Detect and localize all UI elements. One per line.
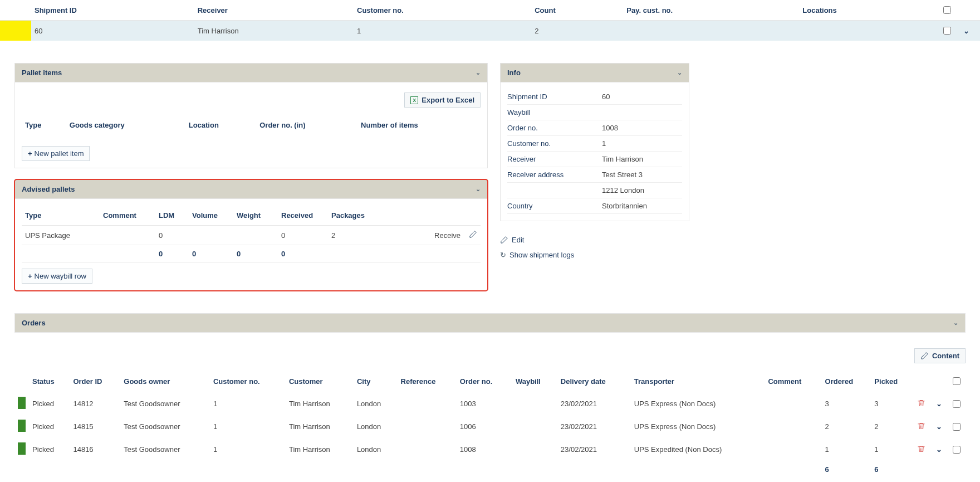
info-row: Shipment ID60 (507, 89, 682, 105)
advised-pallet-row: UPS Package 0 0 2 Receive (22, 226, 481, 245)
pallet-items-table: Type Goods category Location Order no. (… (22, 115, 481, 140)
shipment-list-table: Shipment ID Receiver Customer no. Count … (0, 0, 980, 41)
chevron-down-icon[interactable]: ⌄ (934, 445, 944, 454)
info-row: 1212 London (507, 183, 682, 198)
order-row-checkbox[interactable] (953, 446, 961, 454)
plus-icon: + (28, 149, 32, 158)
info-row: ReceiverTim Harrison (507, 152, 682, 167)
plus-icon: + (28, 272, 32, 280)
chevron-down-icon[interactable]: ⌄ (934, 400, 944, 408)
delete-icon[interactable] (917, 401, 925, 409)
excel-icon: x (410, 96, 418, 104)
orders-totals-row: 66 (14, 461, 966, 478)
pencil-icon (920, 352, 929, 360)
shipment-row[interactable]: 60 Tim Harrison 1 2 ⌄ (0, 21, 980, 41)
info-row: Receiver addressTest Street 3 (507, 167, 682, 183)
order-row: Picked14816Test Goodsowner1Tim HarrisonL… (14, 438, 966, 461)
order-row-checkbox[interactable] (953, 400, 961, 408)
th-shipment-id: Shipment ID (31, 0, 194, 21)
cell-pay-cust (623, 21, 799, 41)
th-count: Count (531, 0, 623, 21)
pallet-items-title: Pallet items (22, 69, 62, 77)
status-indicator (18, 397, 26, 409)
advised-pallets-totals: 0 0 0 0 (22, 245, 481, 263)
info-title: Info (507, 69, 521, 77)
content-button[interactable]: Content (914, 348, 966, 363)
show-shipment-logs-link[interactable]: ↻ Show shipment logs (500, 247, 689, 262)
collapse-icon[interactable]: ⌄ (677, 69, 682, 76)
cell-count: 2 (531, 21, 623, 41)
history-icon: ↻ (500, 251, 506, 259)
th-receiver: Receiver (194, 0, 354, 21)
info-list: Shipment ID60WaybillOrder no.1008Custome… (507, 89, 682, 214)
advised-pallets-panel: Advised pallets ⌄ Type Comment LDM Volum… (14, 179, 488, 291)
info-row: Customer no.1 (507, 136, 682, 152)
receive-link[interactable]: Receive (384, 226, 464, 245)
th-customer-no: Customer no. (354, 0, 531, 21)
advised-pallets-table: Type Comment LDM Volume Weight Received … (22, 206, 481, 263)
cell-customer-no: 1 (354, 21, 531, 41)
select-all-checkbox[interactable] (943, 6, 951, 14)
edit-link[interactable]: Edit (500, 232, 689, 247)
info-row: CountryStorbritannien (507, 198, 682, 214)
orders-select-all-checkbox[interactable] (953, 377, 961, 385)
row-highlight-marker (0, 21, 31, 41)
info-panel: Info ⌄ Shipment ID60WaybillOrder no.1008… (500, 63, 689, 221)
pencil-icon (500, 236, 508, 244)
row-checkbox[interactable] (943, 27, 951, 35)
delete-icon[interactable] (917, 423, 925, 432)
orders-title: Orders (22, 319, 46, 327)
delete-icon[interactable] (917, 446, 925, 455)
pallet-items-panel: Pallet items ⌄ x Export to Excel Type Go… (14, 63, 488, 168)
collapse-icon[interactable]: ⌄ (476, 186, 481, 193)
chevron-down-icon[interactable]: ⌄ (961, 27, 971, 35)
info-row: Order no.1008 (507, 120, 682, 136)
order-row-checkbox[interactable] (953, 423, 961, 431)
new-waybill-row-button[interactable]: + New waybill row (22, 269, 92, 284)
edit-icon[interactable] (469, 230, 477, 238)
export-to-excel-button[interactable]: x Export to Excel (404, 92, 481, 108)
cell-locations (799, 21, 935, 41)
cell-shipment-id: 60 (31, 21, 194, 41)
new-pallet-item-button[interactable]: + New pallet item (22, 146, 90, 161)
cell-receiver: Tim Harrison (194, 21, 354, 41)
advised-pallets-title: Advised pallets (22, 185, 75, 193)
orders-panel: Orders ⌄ (14, 313, 966, 333)
status-indicator (18, 442, 26, 455)
collapse-icon[interactable]: ⌄ (953, 319, 958, 327)
status-indicator (18, 420, 26, 432)
th-locations: Locations (799, 0, 935, 21)
order-row: Picked14815Test Goodsowner1Tim HarrisonL… (14, 415, 966, 438)
chevron-down-icon[interactable]: ⌄ (934, 422, 944, 431)
orders-table: Status Order ID Goods owner Customer no.… (14, 370, 966, 478)
order-row: Picked14812Test Goodsowner1Tim HarrisonL… (14, 392, 966, 415)
info-row: Waybill (507, 105, 682, 120)
collapse-icon[interactable]: ⌄ (476, 69, 481, 76)
th-pay-cust: Pay. cust. no. (623, 0, 799, 21)
